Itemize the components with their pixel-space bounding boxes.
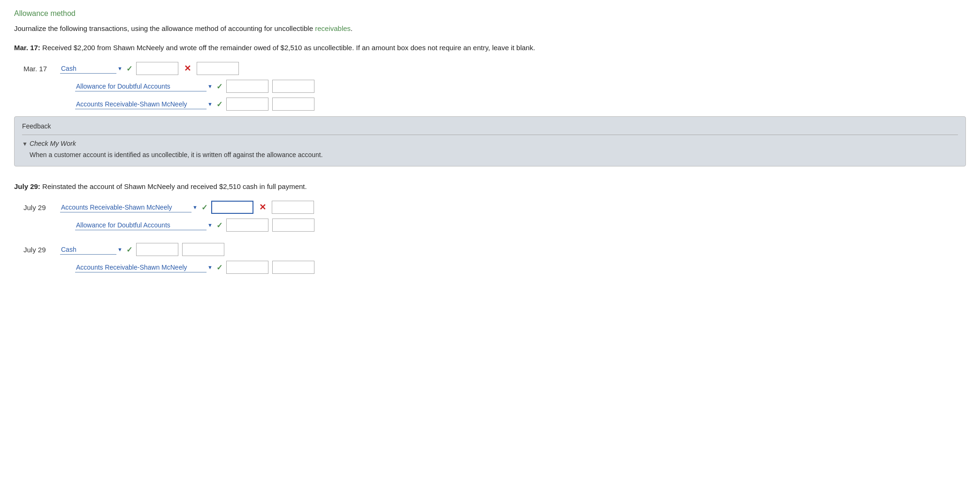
allowance-check-icon: ✓ [216,82,222,91]
cash-account-select[interactable]: Cash [60,64,116,74]
july29-allowance-dropdown-arrow-icon[interactable]: ▼ [207,222,213,228]
july29-ar-account-wrapper: Accounts Receivable-Shawn McNeely ▼ [60,203,198,212]
july29-allowance-account-wrapper: Allowance for Doubtful Accounts ▼ [75,220,213,230]
mar17-date-label: Mar. 17 [23,65,56,73]
feedback-box: Feedback ▼ Check My Work When a customer… [14,116,966,166]
july29-ar2-account-wrapper: Accounts Receivable-Shawn McNeely ▼ [75,263,213,272]
journal-rows-july29-part1: July 29 Accounts Receivable-Shawn McNeel… [23,201,966,232]
transaction1-header: Mar. 17: Received $2,200 from Shawn McNe… [14,42,966,53]
july29-ar2-dropdown-arrow-icon[interactable]: ▼ [207,264,213,270]
july29-allowance-account-select[interactable]: Allowance for Doubtful Accounts [75,220,207,230]
july29-ar-dropdown-arrow-icon[interactable]: ▼ [192,204,198,210]
july29-cash-account-wrapper: Cash ▼ [60,245,122,255]
allowance-account-select[interactable]: Allowance for Doubtful Accounts [75,82,207,91]
cash-check-icon: ✓ [126,64,132,73]
cash-x-mark-icon: ✕ [184,63,191,74]
july29-ar2-debit-input[interactable] [226,261,268,274]
cash-account-wrapper: Cash ▼ [60,64,122,74]
july29-allowance-debit-input[interactable] [226,219,268,232]
table-row: Allowance for Doubtful Accounts ▼ ✓ [75,219,966,232]
transaction1-header-text: Received $2,200 from Shawn McNeely and w… [40,44,535,52]
table-row: Mar. 17 Cash ▼ ✓ ✕ [23,62,966,75]
ar-mcneely-debit-input[interactable] [226,98,268,111]
july29-allowance-credit-input[interactable] [272,219,314,232]
july29-ar-credit-input[interactable] [272,201,314,214]
page-title: Allowance method [14,9,966,18]
cash-dropdown-arrow-icon[interactable]: ▼ [117,66,122,71]
july29-ar-account-select[interactable]: Accounts Receivable-Shawn McNeely [60,203,191,212]
transaction2-header-bold: July 29: [14,182,40,190]
intro-text: Journalize the following transactions, u… [14,24,313,32]
intro-paragraph: Journalize the following transactions, u… [14,24,966,32]
transaction2-header: July 29: Reinstated the account of Shawn… [14,181,966,192]
july29-ar2-credit-input[interactable] [272,261,314,274]
ar-mcneely-dropdown-arrow-icon[interactable]: ▼ [207,101,213,107]
july29-cash-account-select[interactable]: Cash [60,245,116,255]
feedback-divider [22,135,958,135]
july29-ar-debit-input[interactable] [211,201,253,214]
july29-ar-check-icon: ✓ [201,203,207,212]
journal-section-mar17: Mar. 17 Cash ▼ ✓ ✕ Allowance for Doubtfu… [14,62,966,166]
journal-rows-july29-part2: July 29 Cash ▼ ✓ Accounts Receivable-Sha… [23,243,966,274]
july29-date2-label: July 29 [23,246,56,254]
allowance-dropdown-arrow-icon[interactable]: ▼ [207,83,213,89]
table-row: July 29 Cash ▼ ✓ [23,243,966,256]
july29-cash-dropdown-arrow-icon[interactable]: ▼ [117,247,122,252]
ar-mcneely-check-icon: ✓ [216,100,222,109]
transaction2-header-text: Reinstated the account of Shawn McNeely … [40,182,307,190]
july29-cash-check-icon: ✓ [126,245,132,254]
check-my-work-section: ▼ Check My Work [22,140,958,147]
cash-credit-input[interactable] [197,62,239,75]
transaction1-header-bold: Mar. 17: [14,44,40,52]
check-my-work-label: Check My Work [30,140,76,147]
table-row: Accounts Receivable-Shawn McNeely ▼ ✓ [75,98,966,111]
ar-mcneely-credit-input[interactable] [272,98,314,111]
july29-date1-label: July 29 [23,204,56,211]
allowance-credit-input[interactable] [272,80,314,93]
journal-section-july29-part2: July 29 Cash ▼ ✓ Accounts Receivable-Sha… [14,243,966,274]
check-my-work-triangle-icon: ▼ [22,141,28,147]
table-row: Accounts Receivable-Shawn McNeely ▼ ✓ [75,261,966,274]
journal-rows-mar17: Mar. 17 Cash ▼ ✓ ✕ Allowance for Doubtfu… [23,62,966,111]
july29-ar2-check-icon: ✓ [216,263,222,272]
ar-mcneely-account-select[interactable]: Accounts Receivable-Shawn McNeely [75,99,207,109]
allowance-account-wrapper: Allowance for Doubtful Accounts ▼ [75,82,213,91]
july29-cash-credit-input[interactable] [182,243,224,256]
feedback-body-text: When a customer account is identified as… [30,151,958,158]
table-row: Allowance for Doubtful Accounts ▼ ✓ [75,80,966,93]
feedback-label: Feedback [22,122,958,130]
july29-ar-x-mark-icon: ✕ [259,202,266,212]
july29-cash-debit-input[interactable] [136,243,178,256]
july29-allowance-check-icon: ✓ [216,221,222,230]
journal-section-july29-part1: July 29 Accounts Receivable-Shawn McNeel… [14,201,966,232]
table-row: July 29 Accounts Receivable-Shawn McNeel… [23,201,966,214]
ar-mcneely-account-wrapper: Accounts Receivable-Shawn McNeely ▼ [75,99,213,109]
receivables-link[interactable]: receivables [315,24,351,32]
allowance-debit-input[interactable] [226,80,268,93]
cash-debit-input[interactable] [136,62,178,75]
july29-ar2-account-select[interactable]: Accounts Receivable-Shawn McNeely [75,263,207,272]
